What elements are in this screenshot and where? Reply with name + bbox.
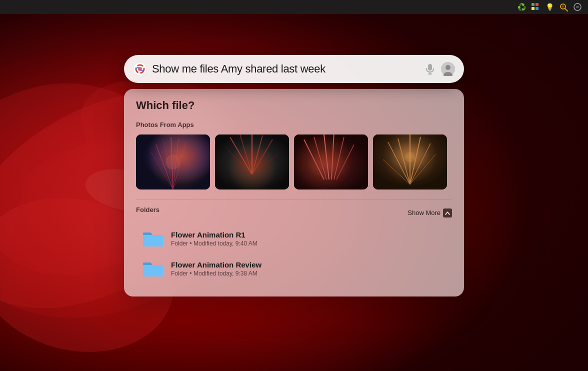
svg-rect-35 xyxy=(215,134,289,190)
svg-line-30 xyxy=(173,138,178,190)
folder-icon-2 xyxy=(142,260,164,278)
svg-line-42 xyxy=(228,150,252,174)
svg-point-34 xyxy=(166,154,180,170)
svg-line-27 xyxy=(156,144,173,190)
folder-item-1[interactable]: Flower Animation R1 Folder • Modified to… xyxy=(136,224,452,252)
svg-line-38 xyxy=(240,134,252,174)
svg-point-23 xyxy=(446,65,450,70)
bulb-icon[interactable]: 💡 xyxy=(544,2,555,12)
svg-rect-25 xyxy=(136,134,210,190)
search-input[interactable] xyxy=(152,62,418,76)
section-divider xyxy=(136,200,452,200)
svg-line-48 xyxy=(324,134,329,180)
folder-meta-1: Folder • Modified today, 9:40 AM xyxy=(171,240,258,247)
svg-line-33 xyxy=(151,152,173,190)
svg-line-41 xyxy=(252,140,272,174)
recycle-icon[interactable]: ♻️ xyxy=(516,2,527,12)
svg-rect-9 xyxy=(532,7,534,10)
svg-point-13 xyxy=(562,6,564,8)
svg-rect-45 xyxy=(294,134,368,190)
svg-line-47 xyxy=(314,137,326,180)
svg-rect-8 xyxy=(536,3,538,6)
microphone-icon[interactable] xyxy=(423,62,437,76)
svg-line-46 xyxy=(304,140,324,180)
svg-line-50 xyxy=(334,137,344,180)
show-more-icon xyxy=(443,208,452,218)
svg-rect-36 xyxy=(215,134,289,190)
folder-item-2[interactable]: Flower Animation Review Folder • Modifie… xyxy=(136,254,452,282)
svg-line-54 xyxy=(388,142,410,184)
folder-icon-1 xyxy=(142,230,164,248)
svg-line-12 xyxy=(565,8,568,11)
photos-grid xyxy=(136,134,452,190)
svg-rect-19 xyxy=(428,64,432,70)
folders-section-label: Folders xyxy=(136,206,160,214)
folder-info-2: Flower Animation Review Folder • Modifie… xyxy=(171,260,262,277)
show-more-button[interactable]: Show More xyxy=(408,208,452,218)
photo-thumb-4[interactable] xyxy=(373,134,447,190)
svg-point-61 xyxy=(405,152,415,162)
svg-rect-26 xyxy=(136,134,210,190)
folder-name-2: Flower Animation Review xyxy=(171,260,262,269)
extra-icon[interactable] xyxy=(572,2,583,12)
folders-header: Folders Show More xyxy=(136,206,452,220)
photos-section-label: Photos From Apps xyxy=(136,121,452,128)
svg-line-55 xyxy=(398,138,410,184)
spotlight-bar xyxy=(124,55,464,83)
show-more-label: Show More xyxy=(408,209,440,216)
svg-line-43 xyxy=(252,154,278,174)
photo-thumb-1[interactable] xyxy=(136,134,210,190)
user-avatar[interactable] xyxy=(441,62,455,76)
svg-rect-7 xyxy=(532,3,534,6)
svg-line-57 xyxy=(410,137,420,184)
zoom-icon[interactable] xyxy=(558,2,569,12)
folder-info-1: Flower Animation R1 Folder • Modified to… xyxy=(171,230,258,247)
menu-bar: ♻️ 💡 xyxy=(0,0,588,14)
svg-line-40 xyxy=(252,136,262,174)
grid-icon[interactable] xyxy=(530,2,541,12)
photo-thumb-3[interactable] xyxy=(294,134,368,190)
spotlight-container xyxy=(124,55,464,83)
svg-line-29 xyxy=(171,137,173,190)
svg-rect-53 xyxy=(373,134,447,190)
svg-line-51 xyxy=(336,144,354,180)
svg-rect-10 xyxy=(536,7,538,10)
photo-thumb-2[interactable] xyxy=(215,134,289,190)
menu-bar-right-icons: ♻️ 💡 xyxy=(516,2,583,12)
svg-line-49 xyxy=(332,134,334,180)
svg-line-37 xyxy=(230,137,252,174)
svg-line-58 xyxy=(410,144,430,184)
svg-line-60 xyxy=(383,160,410,184)
svg-line-28 xyxy=(164,140,173,190)
svg-rect-44 xyxy=(294,134,368,190)
svg-line-59 xyxy=(410,154,436,184)
folder-name-1: Flower Animation R1 xyxy=(171,230,258,239)
svg-line-32 xyxy=(173,150,194,190)
results-panel: Which file? Photos From Apps xyxy=(124,89,464,296)
siri-icon xyxy=(133,62,147,76)
folder-meta-2: Folder • Modified today, 9:38 AM xyxy=(171,270,262,277)
svg-line-31 xyxy=(173,142,186,190)
svg-rect-52 xyxy=(373,134,447,190)
results-question: Which file? xyxy=(136,99,452,112)
